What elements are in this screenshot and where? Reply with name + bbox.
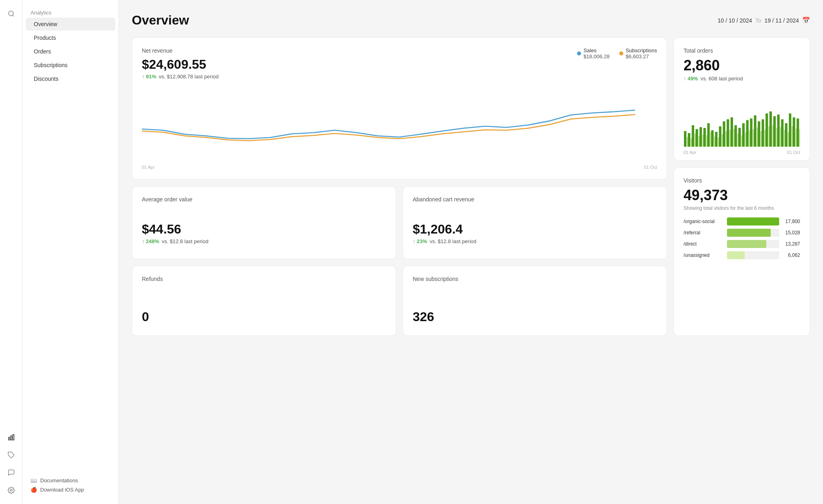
net-revenue-title: Net revenue	[142, 47, 219, 54]
svg-rect-43	[754, 115, 756, 147]
net-revenue-pct: ↑ 91%	[142, 74, 156, 80]
ios-link[interactable]: 🍎 Download iOS App	[31, 487, 111, 493]
svg-rect-25	[719, 126, 721, 147]
tag-icon-btn[interactable]	[4, 448, 18, 462]
net-revenue-delta-text: vs. $12,908.78 last period	[159, 74, 219, 80]
traffic-row: /unassigned6,062	[684, 251, 800, 259]
revenue-left: Net revenue $24,609.55 ↑ 91% vs. $12,908…	[142, 47, 219, 84]
docs-label: Documentations	[40, 477, 78, 484]
chart-date-end: 01 Oct	[644, 165, 657, 170]
traffic-count: 15,028	[782, 230, 800, 236]
new-subs-title: New subscriptions	[413, 276, 657, 282]
svg-rect-53	[773, 116, 776, 147]
abandoned-cart-pct: ↑ 23%	[413, 238, 427, 244]
nav-item-orders[interactable]: Orders	[26, 45, 115, 58]
subs-dot	[619, 51, 623, 55]
svg-rect-21	[711, 130, 714, 147]
traffic-row: /direct13,287	[684, 240, 800, 248]
traffic-bar-fill	[727, 240, 766, 248]
refunds-title: Refunds	[142, 276, 386, 282]
traffic-bar-wrap	[727, 240, 779, 248]
net-revenue-card: Net revenue $24,609.55 ↑ 91% vs. $12,908…	[132, 37, 667, 180]
legend-sales-group: Sales $18,006.28	[583, 47, 610, 59]
svg-rect-61	[789, 113, 791, 147]
abandoned-cart-delta: ↑ 23% vs. $12.8 last period	[413, 238, 657, 244]
calendar-icon[interactable]: 📅	[802, 16, 810, 24]
traffic-bar-fill	[727, 229, 771, 237]
svg-rect-49	[766, 113, 768, 147]
chart-date-start: 01 Apr	[142, 165, 155, 170]
svg-rect-41	[750, 119, 752, 147]
metrics-row2: Average order value $44.56 ↑ 248% vs. $1…	[132, 186, 667, 259]
icon-sidebar	[0, 0, 23, 504]
avg-order-value: $44.56	[142, 222, 386, 237]
traffic-bar-wrap	[727, 229, 779, 237]
book-icon: 📖	[31, 477, 37, 484]
svg-rect-7	[684, 131, 686, 147]
ios-label: Download iOS App	[40, 487, 84, 493]
svg-rect-23	[715, 132, 717, 147]
visitors-subtitle: Showing total visitors for the last 6 mo…	[684, 205, 800, 211]
svg-rect-19	[707, 123, 710, 147]
svg-rect-17	[703, 128, 706, 147]
svg-rect-59	[785, 123, 787, 147]
apple-icon: 🍎	[31, 487, 37, 493]
refunds-card: Refunds 0	[132, 266, 396, 336]
traffic-bar-wrap	[727, 251, 779, 259]
traffic-bar-fill	[727, 217, 779, 225]
traffic-count: 17,800	[782, 219, 800, 224]
svg-point-0	[8, 11, 13, 16]
page-header: Overview 10 / 10 / 2024 To 19 / 11 / 202…	[132, 13, 810, 28]
orders-chart-start: 01 Apr	[684, 150, 696, 155]
svg-rect-45	[758, 121, 760, 147]
traffic-bar-fill	[727, 251, 745, 259]
avg-order-text: vs. $12.8 last period	[162, 238, 208, 244]
svg-rect-29	[727, 119, 729, 147]
date-range: 10 / 10 / 2024 To 19 / 11 / 2024 📅	[718, 16, 810, 24]
chat-icon-btn[interactable]	[4, 465, 18, 480]
svg-rect-27	[723, 121, 725, 147]
search-icon-btn[interactable]	[4, 6, 18, 21]
legend-subs-value: $6,603.27	[626, 53, 657, 59]
total-orders-card: Total orders 2,860 ↑ 49% vs. 608 last pe…	[674, 37, 810, 161]
net-revenue-delta: ↑ 91% vs. $12,908.78 last period	[142, 74, 219, 80]
traffic-label: /referral	[684, 230, 724, 236]
svg-point-6	[10, 490, 12, 492]
date-to: 19 / 11 / 2024	[764, 17, 799, 24]
total-orders-text: vs. 608 last period	[700, 76, 743, 82]
total-orders-value: 2,860	[684, 57, 800, 74]
svg-rect-2	[8, 437, 10, 440]
nav-footer: 📖 Documentations 🍎 Download iOS App	[23, 473, 119, 498]
net-revenue-chart-footer: 01 Apr 01 Oct	[142, 165, 657, 170]
svg-rect-55	[777, 115, 780, 147]
svg-rect-63	[793, 117, 795, 147]
svg-rect-57	[781, 119, 784, 147]
net-revenue-value: $24,609.55	[142, 57, 219, 72]
docs-link[interactable]: 📖 Documentations	[31, 477, 111, 484]
svg-rect-65	[796, 119, 799, 147]
traffic-row: /referral15,028	[684, 229, 800, 237]
svg-rect-33	[735, 125, 737, 147]
nav-item-discounts[interactable]: Discounts	[26, 72, 115, 85]
avg-order-delta: ↑ 248% vs. $12.8 last period	[142, 238, 386, 244]
svg-rect-39	[746, 120, 749, 147]
avg-order-pct: ↑ 248%	[142, 238, 159, 244]
traffic-label: /direct	[684, 241, 724, 247]
sales-dot	[577, 51, 581, 55]
nav-item-subscriptions[interactable]: Subscriptions	[26, 59, 115, 72]
nav-item-overview[interactable]: Overview	[26, 18, 115, 31]
traffic-count: 6,062	[782, 252, 800, 258]
legend-subs-group: Subscriptions $6,603.27	[626, 47, 657, 59]
metrics-row3: Refunds 0 New subscriptions 326	[132, 266, 667, 336]
svg-rect-9	[688, 133, 690, 147]
nav-sidebar: Analytics Overview Products Orders Subsc…	[23, 0, 119, 504]
date-to-label: To	[755, 17, 762, 24]
analytics-icon-btn[interactable]	[4, 430, 18, 445]
svg-rect-47	[762, 119, 764, 147]
settings-icon-btn[interactable]	[4, 483, 18, 498]
abandoned-cart-card: Abandoned cart revenue $1,206.4 ↑ 23% vs…	[403, 186, 667, 259]
traffic-row: /organic-social17,800	[684, 217, 800, 225]
traffic-bar-wrap	[727, 217, 779, 225]
nav-item-products[interactable]: Products	[26, 31, 115, 44]
nav-section-label: Analytics	[23, 6, 119, 17]
